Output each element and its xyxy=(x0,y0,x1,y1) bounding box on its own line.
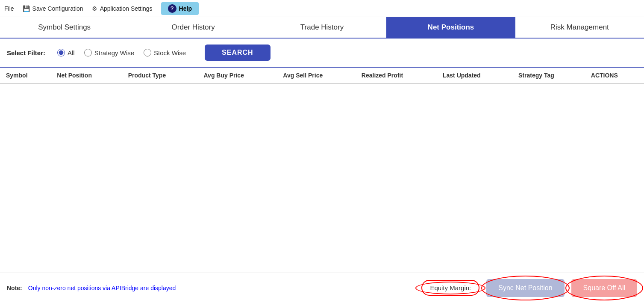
save-config-item[interactable]: 💾 Save Configuration xyxy=(23,5,83,12)
filter-label: Select Filter: xyxy=(7,49,45,56)
tab-symbol-settings[interactable]: Symbol Settings xyxy=(0,17,129,38)
filter-stock-wise[interactable]: Stock Wise xyxy=(144,49,186,56)
table-area: Symbol Net Position Product Type Avg Buy… xyxy=(0,68,644,273)
col-net-position: Net Position xyxy=(51,68,122,83)
tab-order-history[interactable]: Order History xyxy=(129,17,257,38)
col-actions: ACTIONS xyxy=(585,68,644,83)
filter-row: Select Filter: All Strategy Wise Stock W… xyxy=(0,39,644,68)
filter-strategy-radio[interactable] xyxy=(84,49,92,56)
help-label: Help xyxy=(179,5,192,12)
filter-radio-group: All Strategy Wise Stock Wise xyxy=(57,49,186,56)
app-settings-item[interactable]: ⚙ Application Settings xyxy=(92,5,153,12)
col-product-type: Product Type xyxy=(122,68,198,83)
note-label: Note: xyxy=(7,285,22,291)
tab-net-positions[interactable]: Net Positions xyxy=(386,17,515,38)
filter-stock-label: Stock Wise xyxy=(154,49,186,56)
filter-all[interactable]: All xyxy=(57,49,75,56)
col-realized-profit: Realized Profit xyxy=(356,68,437,83)
equity-margin-wrapper: Equity Margin: xyxy=(421,284,479,292)
tab-risk-management[interactable]: Risk Management xyxy=(515,17,644,38)
app-settings-label: Application Settings xyxy=(100,5,153,12)
file-label: File xyxy=(4,5,14,12)
search-button[interactable]: SEARCH xyxy=(205,45,271,61)
col-avg-sell-price: Avg Sell Price xyxy=(277,68,355,83)
help-icon: ? xyxy=(168,4,176,13)
top-bar: File 💾 Save Configuration ⚙ Application … xyxy=(0,0,644,17)
filter-all-label: All xyxy=(68,49,75,56)
note-text: Only non-zero net positions via APIBridg… xyxy=(28,285,176,291)
save-icon: 💾 xyxy=(23,5,30,12)
col-strategy-tag: Strategy Tag xyxy=(512,68,585,83)
filter-stock-radio[interactable] xyxy=(144,49,151,56)
filter-strategy-label: Strategy Wise xyxy=(94,49,134,56)
square-off-all-button[interactable]: Square Off All xyxy=(571,279,637,297)
col-last-updated: Last Updated xyxy=(437,68,512,83)
bottom-right: Equity Margin: Sync Net Position Square … xyxy=(421,279,637,297)
file-menu[interactable]: File xyxy=(4,5,14,12)
filter-all-radio[interactable] xyxy=(57,49,65,56)
help-button[interactable]: ? Help xyxy=(161,2,199,15)
tab-trade-history[interactable]: Trade History xyxy=(258,17,386,38)
sync-button-wrapper: Sync Net Position xyxy=(486,279,564,297)
col-symbol: Symbol xyxy=(0,68,51,83)
table-container: Symbol Net Position Product Type Avg Buy… xyxy=(0,68,644,84)
equity-margin-label: Equity Margin: xyxy=(421,280,479,296)
filter-strategy-wise[interactable]: Strategy Wise xyxy=(84,49,134,56)
col-avg-buy-price: Avg Buy Price xyxy=(198,68,277,83)
square-off-button-wrapper: Square Off All xyxy=(571,279,637,297)
positions-table: Symbol Net Position Product Type Avg Buy… xyxy=(0,68,644,83)
main-content: Symbol Settings Order History Trade Hist… xyxy=(0,17,644,303)
bottom-bar: Note: Only non-zero net positions via AP… xyxy=(0,273,644,303)
table-header: Symbol Net Position Product Type Avg Buy… xyxy=(0,68,644,83)
nav-tabs: Symbol Settings Order History Trade Hist… xyxy=(0,17,644,39)
save-config-label: Save Configuration xyxy=(32,5,83,12)
gear-icon: ⚙ xyxy=(92,5,97,12)
sync-net-position-button[interactable]: Sync Net Position xyxy=(486,279,564,297)
